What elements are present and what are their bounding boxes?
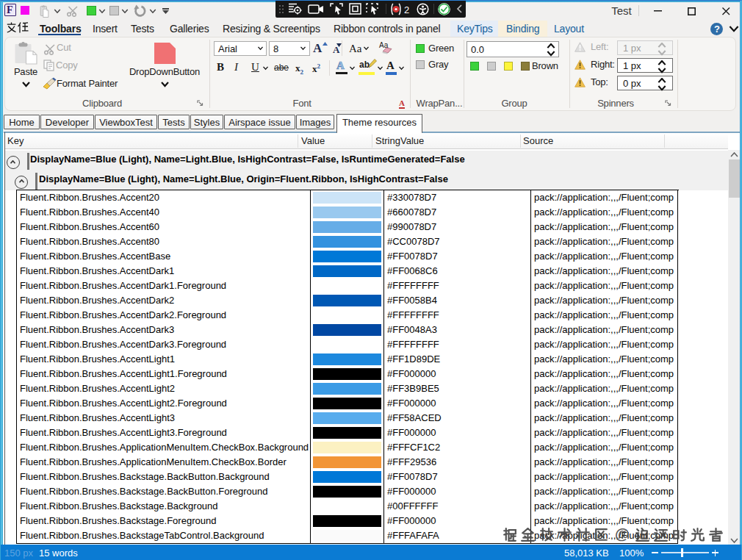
svg-text:2: 2 — [404, 4, 409, 15]
